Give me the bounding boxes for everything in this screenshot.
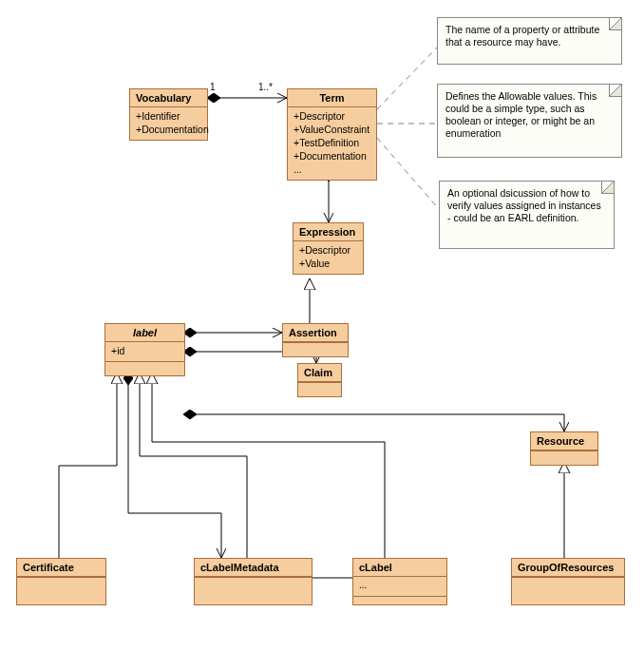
class-name: cLabel <box>353 559 446 577</box>
class-name: Assertion <box>283 324 348 342</box>
class-resource: Resource <box>530 431 598 466</box>
attr: +Identifier <box>136 109 201 123</box>
diagram-canvas: { "classes": { "vocabulary": { "name": "… <box>0 0 644 651</box>
class-term: Term +Descriptor +ValueConstraint +TestD… <box>287 88 377 181</box>
svg-line-10 <box>377 138 439 209</box>
class-attrs: +id <box>105 342 184 361</box>
note-text: The name of a property or attribute that… <box>445 24 599 48</box>
class-groupofresources: GroupOfResources <box>511 558 625 605</box>
class-expression: Expression +Descriptor +Value <box>293 222 364 275</box>
class-name: Vocabulary <box>130 89 207 107</box>
class-ops <box>512 577 624 591</box>
class-ops <box>105 361 184 375</box>
attr: +ValueConstraint <box>294 123 370 136</box>
attr: ... <box>294 163 370 176</box>
class-name: GroupOfResources <box>512 559 624 577</box>
attr: +Documentation <box>136 123 201 136</box>
class-vocabulary: Vocabulary +Identifier +Documentation <box>129 88 208 141</box>
class-attrs: +Descriptor +Value <box>294 241 363 274</box>
class-name: Expression <box>294 223 363 241</box>
class-claim: Claim <box>297 363 342 397</box>
multiplicity-vocabulary: 1 <box>210 82 216 92</box>
class-certificate: Certificate <box>16 558 106 605</box>
class-name: label <box>105 324 184 342</box>
class-ops <box>353 596 446 610</box>
class-name: Term <box>288 89 376 107</box>
class-ops <box>531 450 597 465</box>
class-label: label +id <box>104 323 185 376</box>
note-fold-icon <box>601 182 614 194</box>
note-text: Defines the Allowable values. This could… <box>445 90 597 139</box>
note-descriptor: The name of a property or attribute that… <box>437 17 622 65</box>
note-fold-icon <box>609 18 621 30</box>
attr: +Descriptor <box>299 243 357 257</box>
class-ops <box>283 342 348 356</box>
note-testdefinition: An optional dsicussion of how to verify … <box>439 181 615 249</box>
attr: +id <box>111 344 179 357</box>
class-name: Certificate <box>17 559 105 577</box>
class-name: Resource <box>531 432 597 450</box>
multiplicity-term: 1..* <box>258 82 273 92</box>
class-clabelmetadata: cLabelMetadata <box>194 558 313 605</box>
class-name: Claim <box>298 364 341 382</box>
svg-line-8 <box>377 48 437 109</box>
class-assertion: Assertion <box>282 323 349 357</box>
note-text: An optional dsicussion of how to verify … <box>447 187 601 223</box>
class-name: cLabelMetadata <box>195 559 312 577</box>
class-clabel: cLabel ... <box>352 558 447 605</box>
note-valueconstraint: Defines the Allowable values. This could… <box>437 84 622 158</box>
attr: +Value <box>299 257 357 270</box>
attr: +Descriptor <box>294 109 370 123</box>
class-ops <box>298 382 341 396</box>
note-fold-icon <box>609 85 621 97</box>
class-ops <box>195 577 312 591</box>
attr: +Documentation <box>294 149 370 163</box>
class-attrs: +Identifier +Documentation <box>130 107 207 140</box>
attr: +TestDefinition <box>294 136 370 149</box>
class-ops <box>17 577 105 591</box>
class-attrs: ... <box>353 577 446 596</box>
class-attrs: +Descriptor +ValueConstraint +TestDefini… <box>288 107 376 180</box>
